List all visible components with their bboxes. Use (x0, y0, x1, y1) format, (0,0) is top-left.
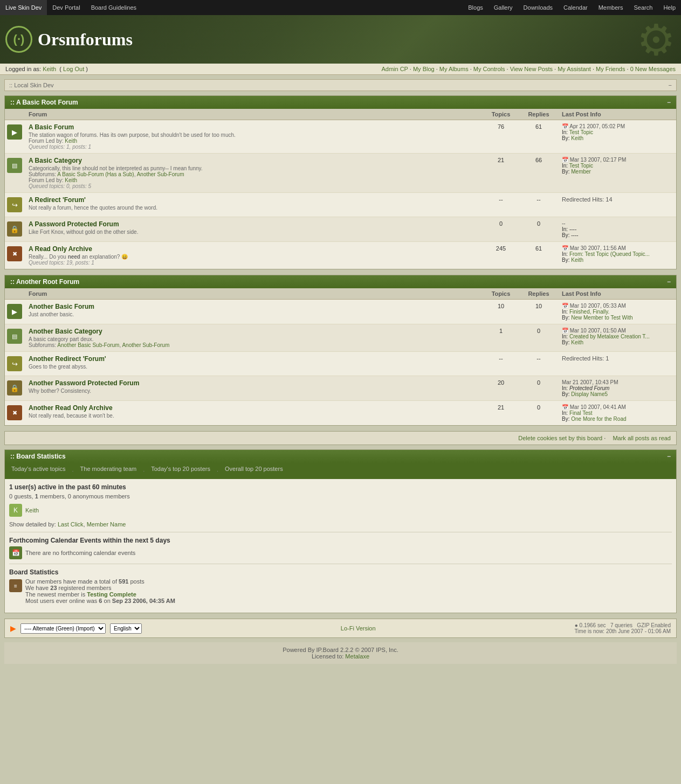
stats-user-row: K Keith (9, 502, 672, 519)
forum-group-2-collapse[interactable]: − (667, 278, 671, 286)
lastpost-date: -- (562, 220, 672, 226)
lastpost-topic-link[interactable]: Test Topic (569, 163, 593, 169)
delete-cookies-link[interactable]: Delete cookies set by this board (518, 435, 602, 441)
lastpost-by-link[interactable]: Member (571, 169, 591, 175)
lastpost-date: 📅 Mar 13 2007, 02:17 PM (562, 157, 672, 163)
language-selector[interactable]: English (110, 623, 142, 634)
skin-selector[interactable]: ---- Alternate (Green) (Import) (20, 623, 106, 634)
forum-name: A Redirect 'Forum' (29, 196, 478, 204)
lastpost-by-link[interactable]: New Member to Test With (571, 315, 632, 321)
forum-lastpost: 📅 Mar 13 2007, 02:17 PM In: Test Topic B… (558, 154, 676, 193)
forum-replies: 61 (520, 120, 558, 154)
nav-downloads[interactable]: Downloads (518, 0, 558, 15)
lastpost-topic-link[interactable]: Created by Metalaxe Creation T... (569, 334, 650, 339)
nav-gallery[interactable]: Gallery (489, 0, 518, 15)
forum-name: A Basic Category (29, 157, 478, 164)
table-row: ↪ Another Redirect 'Forum' Goes to the g… (5, 352, 676, 376)
lastpost-by-link[interactable]: Keith (571, 135, 583, 141)
lofi-link[interactable]: Lo-Fi Version (341, 625, 376, 632)
lastpost-date: 📅 Mar 10 2007, 05:33 AM (562, 303, 672, 309)
forum-link-another-password[interactable]: Another Password Protected Forum (29, 379, 139, 387)
newest-member-link[interactable]: Testing Complete (87, 591, 136, 598)
forum-topics: 76 (482, 120, 520, 154)
nav-dev-portal[interactable]: Dev Portal (47, 0, 85, 15)
col-replies-1: Replies (520, 109, 558, 120)
licensed-to-link[interactable]: Metalaxe (345, 653, 369, 660)
forum-group-2-header: :: Another Root Forum − (5, 275, 676, 288)
forum-led-by-link[interactable]: Keith (65, 177, 77, 183)
my-controls-link[interactable]: My Controls (473, 66, 505, 72)
subforum-link-4[interactable]: Another Sub-Forum (122, 342, 169, 348)
forum-icon-normal: ▶ (7, 304, 22, 319)
show-by-member-name[interactable]: Member Name (87, 521, 126, 528)
my-friends-link[interactable]: My Friends (596, 66, 625, 72)
stats-tab-active-topics[interactable]: Today's active topics (5, 463, 72, 479)
forum-topics: 21 (482, 401, 520, 426)
nav-search[interactable]: Search (629, 0, 658, 15)
logout-link[interactable]: Log Out (63, 66, 84, 72)
forum-link-redirect[interactable]: A Redirect 'Forum' (29, 196, 86, 204)
show-by-last-click[interactable]: Last Click (58, 521, 84, 528)
mark-all-read-link[interactable]: Mark all posts as read (613, 435, 671, 441)
forum-table-2: Forum Topics Replies Last Post Info ▶ An… (5, 288, 676, 425)
table-header-row-2: Forum Topics Replies Last Post Info (5, 288, 676, 300)
forum-icon-readonly: ✖ (7, 405, 22, 420)
forum-led-by-link[interactable]: Keith (65, 138, 77, 144)
forum-link-another-redirect[interactable]: Another Redirect 'Forum' (29, 355, 106, 363)
lastpost-by: By: Member (562, 169, 672, 175)
board-statistics: :: Board Statistics − Today's active top… (4, 449, 677, 613)
col-topics-2: Topics (482, 288, 520, 300)
table-row: ✖ Another Read Only Archive Not really r… (5, 401, 676, 426)
board-stats-collapse[interactable]: − (667, 453, 671, 460)
forum-icon-category: ▤ (7, 158, 22, 173)
show-detailed: Show detailed by: Last Click, Member Nam… (9, 521, 672, 528)
forum-desc: The station wagon of forums. Has its own… (29, 132, 478, 138)
forum-link-another-category[interactable]: Another Basic Category (29, 328, 102, 335)
nav-blogs[interactable]: Blogs (463, 0, 489, 15)
subforum-link-2[interactable]: Another Sub-Forum (137, 171, 184, 177)
new-messages-link[interactable]: 0 New Messages (630, 66, 676, 72)
forum-topics: -- (482, 352, 520, 376)
username-link[interactable]: Keith (43, 66, 56, 72)
forum-link-readonly[interactable]: A Read Only Archive (29, 245, 92, 253)
copyright-line2: Licensed to: Metalaxe (9, 653, 672, 660)
subforum-link-1[interactable]: A Basic Sub-Forum (Has a Sub) (57, 171, 134, 177)
forum-link-password[interactable]: A Password Protected Forum (29, 220, 119, 228)
my-assistant-link[interactable]: My Assistant (558, 66, 591, 72)
lastpost-topic-link[interactable]: Test Topic (569, 129, 593, 135)
nav-members[interactable]: Members (593, 0, 629, 15)
forum-name: Another Read Only Archive (29, 404, 478, 412)
lastpost-by-link[interactable]: Keith (571, 257, 583, 263)
forum-link-a-basic-category[interactable]: A Basic Category (29, 157, 82, 164)
lastpost-by: By: Display Name5 (562, 391, 672, 397)
subforum-link-3[interactable]: Another Basic Sub-Forum (57, 342, 119, 348)
nav-help[interactable]: Help (658, 0, 681, 15)
lastpost-date: 📅 Mar 30 2007, 11:56 AM (562, 245, 672, 251)
local-dev-collapse[interactable]: − (669, 82, 672, 88)
stats-tab-mod-team[interactable]: The moderating team (74, 463, 143, 479)
lastpost-topic-link[interactable]: From: Test Topic (Queued Topic... (569, 251, 650, 257)
forum-group-1-collapse[interactable]: − (667, 99, 671, 106)
forum-link-a-basic-forum[interactable]: A Basic Forum (29, 123, 74, 131)
view-new-posts-link[interactable]: View New Posts (510, 66, 553, 72)
stats-user-link[interactable]: Keith (25, 507, 39, 514)
forum-link-another-readonly[interactable]: Another Read Only Archive (29, 404, 113, 412)
forum-link-another-basic[interactable]: Another Basic Forum (29, 303, 94, 310)
nav-board-guidelines[interactable]: Board Guidelines (86, 0, 142, 15)
forum-lastpost: 📅 Mar 10 2007, 05:33 AM In: Finished, Fi… (558, 300, 676, 324)
my-albums-link[interactable]: My Albums (439, 66, 469, 72)
nav-live-skin-dev[interactable]: Live Skin Dev (0, 0, 47, 15)
forum-group-2: :: Another Root Forum − Forum Topics Rep… (4, 275, 677, 426)
lastpost-topic-link[interactable]: Final Test (569, 410, 593, 416)
lastpost-in: In: Created by Metalaxe Creation T... (562, 334, 672, 339)
col-icon (5, 109, 24, 120)
my-blog-link[interactable]: My Blog (413, 66, 435, 72)
nav-calendar[interactable]: Calendar (558, 0, 593, 15)
lastpost-by-link[interactable]: One More for the Road (571, 416, 626, 422)
lastpost-by-link[interactable]: Keith (571, 339, 583, 345)
admin-cp-link[interactable]: Admin CP (381, 66, 408, 72)
stats-tab-top20-today[interactable]: Today's top 20 posters (145, 463, 217, 479)
stats-tab-top20-overall[interactable]: Overall top 20 posters (218, 463, 290, 479)
lastpost-by-link[interactable]: Display Name5 (571, 391, 608, 397)
lastpost-topic-link[interactable]: Finished, Finally. (569, 309, 609, 315)
